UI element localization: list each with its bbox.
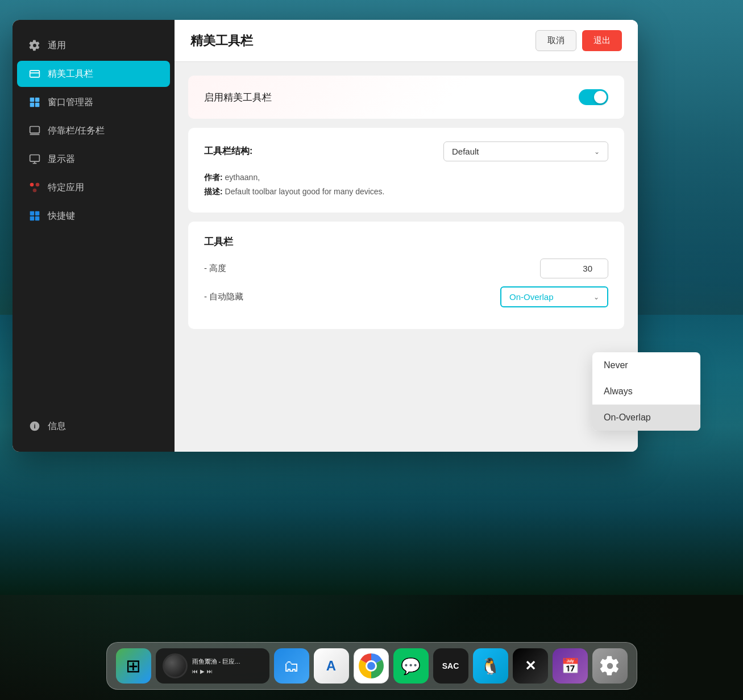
music-controls: ⏮ ▶ ⏭ xyxy=(192,668,263,674)
dock: ⊞ 雨鱼鬻渔 - 巨应... ⏮ ▶ ⏭ 🗂 A xyxy=(106,642,637,690)
toolbar-card: 工具栏 - 高度 - 自动隐藏 On-Overlap ⌄ xyxy=(188,222,624,329)
dock-item-x[interactable]: ✕ xyxy=(513,648,548,684)
dock-item-font[interactable]: A xyxy=(314,648,349,684)
structure-label: 工具栏结构: xyxy=(204,145,252,157)
sidebar-bottom: i 信息 xyxy=(13,412,175,440)
sidebar-item-fancy-toolbar-label: 精美工具栏 xyxy=(48,68,93,80)
sidebar-item-shortcuts[interactable]: 快捷键 xyxy=(17,203,170,229)
height-input[interactable] xyxy=(540,259,608,278)
auto-hide-select[interactable]: On-Overlap ⌄ xyxy=(500,286,608,307)
info-icon: i xyxy=(28,420,41,432)
sidebar-item-specific-apps-label: 特定应用 xyxy=(48,182,84,194)
exit-button[interactable]: 退出 xyxy=(582,30,622,51)
author-label: 作者: xyxy=(204,173,223,182)
structure-row: 工具栏结构: Default ⌄ xyxy=(204,141,608,161)
desc-line: 描述: Default toolbar layout good for many… xyxy=(204,185,608,199)
dropdown-option-always[interactable]: Always xyxy=(592,378,700,405)
sidebar-item-dock-taskbar-label: 停靠栏/任务栏 xyxy=(48,125,105,137)
enable-card: 启用精美工具栏 xyxy=(188,76,624,119)
dropdown-option-never[interactable]: Never xyxy=(592,352,700,378)
dock-icon xyxy=(28,124,41,137)
page-title: 精美工具栏 xyxy=(190,32,253,49)
music-info: 雨鱼鬻渔 - 巨应... ⏮ ▶ ⏭ xyxy=(192,657,263,674)
prev-button[interactable]: ⏮ xyxy=(192,668,198,674)
auto-hide-label: - 自动隐藏 xyxy=(204,291,243,302)
svg-rect-3 xyxy=(35,98,40,102)
auto-hide-value: On-Overlap xyxy=(509,292,554,302)
sidebar-item-window-manager[interactable]: 窗口管理器 xyxy=(17,89,170,115)
svg-rect-4 xyxy=(30,103,35,107)
height-label: - 高度 xyxy=(204,263,226,274)
dock-item-qq[interactable]: 🐧 xyxy=(473,648,508,684)
svg-rect-5 xyxy=(35,103,40,107)
sidebar-item-display-label: 显示器 xyxy=(48,153,75,165)
sidebar-item-display[interactable]: 显示器 xyxy=(17,146,170,172)
svg-point-11 xyxy=(30,183,34,187)
sidebar-item-fancy-toolbar[interactable]: 精美工具栏 xyxy=(17,61,170,87)
dock-item-hypercal[interactable]: 📅 xyxy=(553,648,588,684)
sidebar-item-window-manager-label: 窗口管理器 xyxy=(48,97,93,109)
sidebar-item-shortcuts-label: 快捷键 xyxy=(48,210,75,222)
main-content: 精美工具栏 取消 退出 启用精美工具栏 工具栏结构: Default ⌄ xyxy=(175,20,638,452)
settings-window: 通用 精美工具栏 窗口管理器 xyxy=(13,20,638,452)
sidebar-item-general[interactable]: 通用 xyxy=(17,32,170,59)
auto-hide-row: - 自动隐藏 On-Overlap ⌄ xyxy=(204,286,608,307)
play-button[interactable]: ▶ xyxy=(200,668,205,674)
structure-selected-value: Default xyxy=(452,147,479,156)
dropdown-menu: Never Always On-Overlap xyxy=(592,352,700,431)
music-disc xyxy=(163,653,188,678)
sidebar-item-general-label: 通用 xyxy=(48,40,66,52)
dock-item-wechat[interactable]: 💬 xyxy=(393,648,429,684)
shortcuts-icon xyxy=(28,210,41,222)
sidebar: 通用 精美工具栏 窗口管理器 xyxy=(13,20,175,452)
toolbar-card-title: 工具栏 xyxy=(204,235,608,248)
svg-rect-2 xyxy=(30,98,35,102)
dock-item-settings[interactable] xyxy=(592,648,628,684)
svg-rect-0 xyxy=(30,70,40,77)
header-actions: 取消 退出 xyxy=(536,30,622,51)
desc-value: Default toolbar layout good for many dev… xyxy=(225,187,385,196)
cancel-button[interactable]: 取消 xyxy=(536,30,576,51)
author-line: 作者: eythaann, xyxy=(204,170,608,185)
dock-item-grid[interactable]: ⊞ xyxy=(116,648,151,684)
svg-point-13 xyxy=(33,189,37,193)
windows-icon xyxy=(28,96,41,109)
dropdown-option-on-overlap[interactable]: On-Overlap xyxy=(592,405,700,431)
dock-item-sac[interactable]: SAC xyxy=(433,648,468,684)
dock-item-chrome[interactable] xyxy=(354,648,389,684)
svg-rect-15 xyxy=(35,211,40,216)
content-area: 启用精美工具栏 工具栏结构: Default ⌄ 作者: eythaann, xyxy=(175,62,638,452)
svg-point-22 xyxy=(367,662,375,670)
sidebar-item-info[interactable]: i 信息 xyxy=(17,413,170,439)
toolbar-icon xyxy=(28,68,41,80)
sidebar-item-info-label: 信息 xyxy=(48,420,66,432)
apps-icon xyxy=(28,181,41,194)
svg-rect-16 xyxy=(30,216,35,221)
dock-item-finder[interactable]: 🗂 xyxy=(274,648,309,684)
dock-item-music-player[interactable]: 雨鱼鬻渔 - 巨应... ⏮ ▶ ⏭ xyxy=(156,648,269,684)
svg-rect-6 xyxy=(30,127,40,134)
next-button[interactable]: ⏭ xyxy=(207,668,213,674)
height-row: - 高度 xyxy=(204,259,608,278)
svg-rect-8 xyxy=(30,155,40,162)
enable-label: 启用精美工具栏 xyxy=(204,91,272,104)
author-value: eythaann, xyxy=(225,173,260,182)
svg-point-12 xyxy=(36,183,40,187)
header: 精美工具栏 取消 退出 xyxy=(175,20,638,62)
enable-toggle[interactable] xyxy=(579,89,608,105)
sidebar-item-dock-taskbar[interactable]: 停靠栏/任务栏 xyxy=(17,118,170,144)
monitor-icon xyxy=(28,153,41,165)
sidebar-item-specific-apps[interactable]: 特定应用 xyxy=(17,174,170,201)
structure-select[interactable]: Default ⌄ xyxy=(443,141,608,161)
svg-rect-17 xyxy=(35,216,40,221)
author-desc: 作者: eythaann, 描述: Default toolbar layout… xyxy=(204,170,608,199)
desc-label: 描述: xyxy=(204,187,223,196)
svg-text:i: i xyxy=(34,422,35,430)
music-title: 雨鱼鬻渔 - 巨应... xyxy=(192,657,263,666)
svg-rect-14 xyxy=(30,211,35,216)
structure-card: 工具栏结构: Default ⌄ 作者: eythaann, 描述: Defau… xyxy=(188,128,624,213)
chevron-down-icon: ⌄ xyxy=(594,148,600,156)
gear-icon xyxy=(28,39,41,52)
chevron-down-icon-2: ⌄ xyxy=(593,293,599,301)
